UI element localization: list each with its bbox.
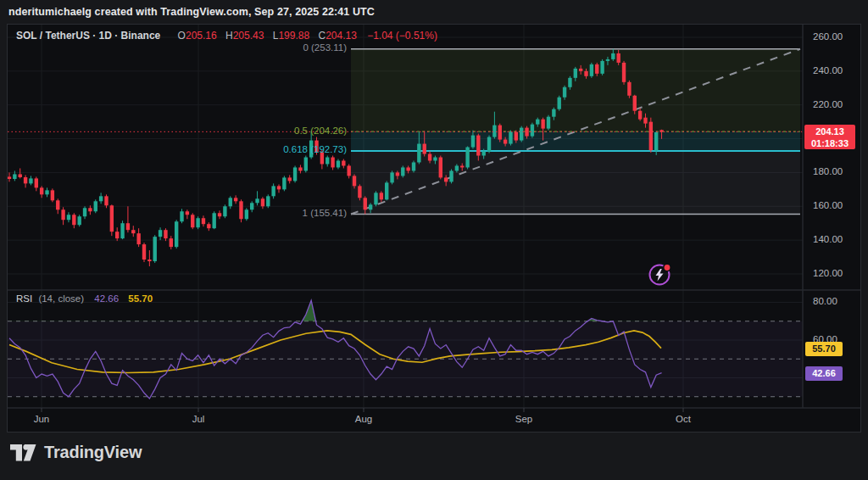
time-tick-jul: Jul: [181, 414, 215, 424]
close-value: 204.13: [326, 30, 357, 42]
tradingview-footer[interactable]: TradingView: [10, 443, 142, 462]
rsi-value-badge: 42.66: [805, 366, 843, 381]
low-value: 199.88: [278, 30, 309, 42]
rsi-title[interactable]: RSI: [16, 293, 32, 304]
price-tick: 220.00: [813, 99, 843, 109]
time-tick-aug: Aug: [347, 414, 381, 424]
time-tick-jun: Jun: [25, 414, 58, 424]
fib-level-05-label: 0.5 (204.26): [294, 126, 347, 136]
rsi-legend[interactable]: RSI (14, close) 42.66 55.70: [16, 293, 153, 304]
price-tick: 260.00: [813, 31, 843, 42]
attribution-bar: nderitumichaelg created with TradingView…: [0, 0, 868, 24]
time-tick-oct: Oct: [666, 414, 700, 424]
tradingview-logo-icon: [10, 444, 36, 461]
time-tick-sep: Sep: [507, 414, 541, 424]
change-value: −1.04 (−0.51%): [367, 30, 437, 42]
lightning-icon[interactable]: [647, 261, 674, 288]
price-tick: 140.00: [813, 234, 843, 244]
chart-widget: SOL / TetherUS · 1D · Binance O205.16 H2…: [7, 24, 861, 433]
bar-countdown: 01:18:33: [804, 137, 855, 149]
rsi-params: (14, close): [38, 293, 84, 304]
symbol-legend[interactable]: SOL / TetherUS · 1D · Binance O205.16 H2…: [16, 30, 437, 42]
rsi-ma-badge: 55.70: [805, 342, 843, 356]
price-tick: 240.00: [813, 65, 843, 75]
last-price-badge: 204.13 01:18:33: [804, 125, 855, 149]
open-value: 205.16: [186, 30, 217, 42]
rsi-ma-value: 55.70: [128, 293, 153, 304]
price-tick: 180.00: [813, 166, 843, 176]
rsi-value: 42.66: [94, 293, 119, 304]
fib-level-1-label: 1 (155.41): [303, 208, 347, 218]
open-label: O: [178, 30, 186, 42]
close-label: C: [318, 30, 326, 42]
price-tick: 120.00: [813, 268, 843, 278]
high-label: H: [225, 30, 233, 42]
last-price: 204.13: [804, 126, 855, 137]
fib-level-0618-label: 0.618 (192.73): [283, 144, 347, 154]
rsi-tick: 80.00: [813, 296, 837, 306]
symbol-title[interactable]: SOL / TetherUS · 1D · Binance: [16, 30, 160, 42]
fib-level-0-label: 0 (253.11): [303, 42, 347, 53]
chart-canvas[interactable]: [8, 25, 860, 432]
attribution-text: nderitumichaelg created with TradingView…: [8, 6, 375, 18]
tradingview-brand: TradingView: [44, 443, 142, 462]
high-value: 205.43: [233, 30, 264, 42]
price-tick: 160.00: [813, 200, 843, 210]
